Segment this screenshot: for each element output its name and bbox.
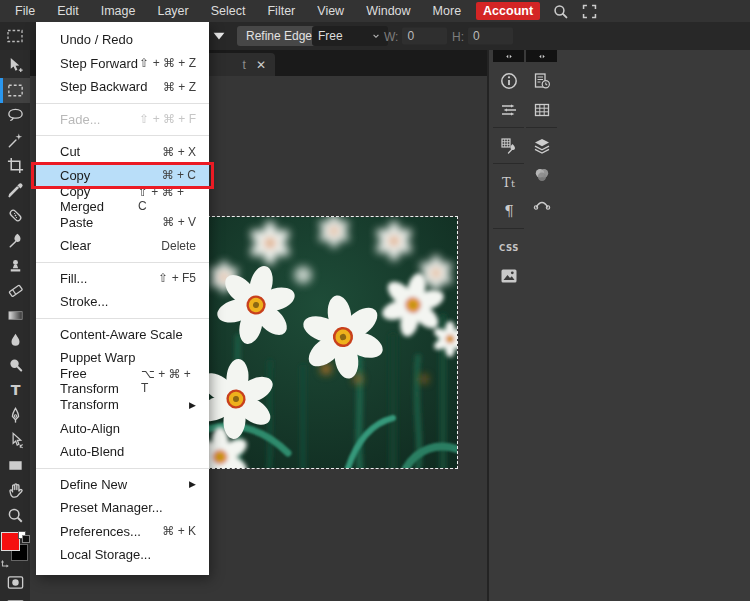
menu-item-label: Cut <box>60 144 80 159</box>
dodge-tool[interactable] <box>0 353 30 378</box>
canvas-image-selection[interactable] <box>207 216 458 469</box>
keyboard-shortcuts-button[interactable] <box>0 594 30 601</box>
menubar-item-view[interactable]: View <box>306 1 355 21</box>
refine-edge-button[interactable]: Refine Edge <box>237 26 321 46</box>
panel-image[interactable] <box>493 261 524 290</box>
swatches-icon <box>532 165 552 185</box>
edit-menu-item-clear[interactable]: ClearDelete <box>36 234 209 258</box>
panel-layers[interactable] <box>526 131 557 160</box>
menubar-item-edit[interactable]: Edit <box>46 1 90 21</box>
edit-menu-item-local-storage[interactable]: Local Storage... <box>36 543 209 567</box>
menu-item-label: Free Transform <box>60 366 141 396</box>
edit-menu-item-auto-align[interactable]: Auto-Align <box>36 417 209 441</box>
height-label: H: <box>452 29 464 43</box>
eyedropper-tool[interactable] <box>0 178 30 203</box>
move-tool[interactable] <box>0 53 30 78</box>
quick-mask-button[interactable] <box>0 571 30 594</box>
menu-item-shortcut: ⌘ + V <box>162 215 196 229</box>
search-icon[interactable] <box>552 3 569 20</box>
edit-menu-item-content-aware-scale[interactable]: Content-Aware Scale <box>36 323 209 347</box>
menubar-item-more[interactable]: More <box>422 1 472 21</box>
blur-tool[interactable] <box>0 328 30 353</box>
tab-close-icon[interactable]: ✕ <box>256 58 266 72</box>
panel-adjustments[interactable] <box>493 95 524 124</box>
menu-item-label: Transform <box>60 397 119 412</box>
imageic-icon <box>499 266 519 286</box>
edit-menu-item-undo-redo[interactable]: Undo / Redo <box>36 28 209 52</box>
path-select-tool[interactable] <box>0 428 30 453</box>
dropdown-arrow-icon[interactable] <box>210 27 228 45</box>
hand-tool[interactable] <box>0 478 30 503</box>
default-colors-icon[interactable] <box>18 531 29 542</box>
panel-collapse-left[interactable] <box>493 50 524 62</box>
menubar-item-layer[interactable]: Layer <box>146 1 199 21</box>
swap-colors-icon[interactable] <box>0 559 10 569</box>
panel-paths[interactable] <box>526 189 557 218</box>
menubar-item-image[interactable]: Image <box>90 1 147 21</box>
panel-separator <box>493 127 524 128</box>
selection-mode-select[interactable]: Free <box>312 26 388 46</box>
lasso-tool[interactable] <box>0 103 30 128</box>
rect-select-tool[interactable] <box>0 78 30 103</box>
fullscreen-icon[interactable] <box>581 3 598 20</box>
magic-wand-tool[interactable] <box>0 128 30 153</box>
menu-item-label: Undo / Redo <box>60 32 133 47</box>
edit-menu-item-paste[interactable]: Paste⌘ + V <box>36 211 209 235</box>
width-input[interactable]: 0 <box>402 28 447 45</box>
pen-icon <box>6 406 25 425</box>
edit-menu-item-free-transform[interactable]: Free Transform⌥ + ⌘ + T <box>36 370 209 394</box>
brushgrid-icon <box>499 136 519 156</box>
new-selection-icon[interactable] <box>5 26 25 46</box>
brush-tool[interactable] <box>0 228 30 253</box>
type-tool[interactable] <box>0 378 30 403</box>
panel-info[interactable] <box>493 66 524 95</box>
menubar-item-file[interactable]: File <box>4 1 46 21</box>
panel-history[interactable] <box>526 66 557 95</box>
panel-brush[interactable] <box>493 131 524 160</box>
panel-character[interactable] <box>493 167 524 196</box>
menubar-item-select[interactable]: Select <box>200 1 257 21</box>
edit-menu-item-step-forward[interactable]: Step Forward⇧ + ⌘ + Z <box>36 52 209 76</box>
menu-item-shortcut: Delete <box>161 239 196 253</box>
edit-menu-item-preset-manager[interactable]: Preset Manager... <box>36 496 209 520</box>
menu-item-label: Paste <box>60 215 93 230</box>
panel-paragraph[interactable] <box>493 196 524 225</box>
pen-tool[interactable] <box>0 403 30 428</box>
edit-menu-item-preferences[interactable]: Preferences...⌘ + K <box>36 520 209 544</box>
clone-stamp-tool[interactable] <box>0 253 30 278</box>
menu-bar-items: FileEditImageLayerSelectFilterViewWindow… <box>4 1 472 21</box>
edit-menu-item-fade[interactable]: Fade...⇧ + ⌘ + F <box>36 108 209 132</box>
edit-menu-item-fill[interactable]: Fill...⇧ + F5 <box>36 267 209 291</box>
edit-menu-item-copy-merged[interactable]: Copy Merged⇧ + ⌘ + C <box>36 187 209 211</box>
zoom-tool[interactable] <box>0 503 30 528</box>
panel-swatches[interactable] <box>526 160 557 189</box>
panel-separator <box>493 228 524 229</box>
edit-menu-item-define-new[interactable]: Define New▶ <box>36 473 209 497</box>
photopea-app-window: FileEditImageLayerSelectFilterViewWindow… <box>0 0 750 601</box>
panel-channels[interactable] <box>526 95 557 124</box>
menubar-item-filter[interactable]: Filter <box>256 1 306 21</box>
eraser-tool[interactable] <box>0 278 30 303</box>
menu-item-label: Preferences... <box>60 524 141 539</box>
dodge-icon <box>6 356 25 375</box>
edit-menu-item-step-backward[interactable]: Step Backward⌘ + Z <box>36 75 209 99</box>
gradient-tool[interactable] <box>0 303 30 328</box>
menu-item-shortcut: ⇧ + ⌘ + Z <box>139 56 196 70</box>
menu-item-label: Clear <box>60 238 91 253</box>
account-button[interactable]: Account <box>476 2 540 20</box>
edit-menu-item-transform[interactable]: Transform▶ <box>36 393 209 417</box>
shape-tool[interactable] <box>0 453 30 478</box>
history-icon <box>532 71 552 91</box>
healing-tool[interactable] <box>0 203 30 228</box>
edit-menu-item-cut[interactable]: Cut⌘ + X <box>36 140 209 164</box>
panel-css[interactable] <box>493 232 524 261</box>
panel-collapse-right[interactable] <box>526 50 557 62</box>
crop-tool[interactable] <box>0 153 30 178</box>
height-input[interactable]: 0 <box>468 28 513 45</box>
width-label: W: <box>384 29 398 43</box>
eraser-icon <box>6 281 25 300</box>
edit-menu-item-stroke[interactable]: Stroke... <box>36 290 209 314</box>
menubar-item-window[interactable]: Window <box>355 1 421 21</box>
edit-menu-item-auto-blend[interactable]: Auto-Blend <box>36 440 209 464</box>
edit-menu-item-copy[interactable]: Copy⌘ + C <box>36 164 209 188</box>
